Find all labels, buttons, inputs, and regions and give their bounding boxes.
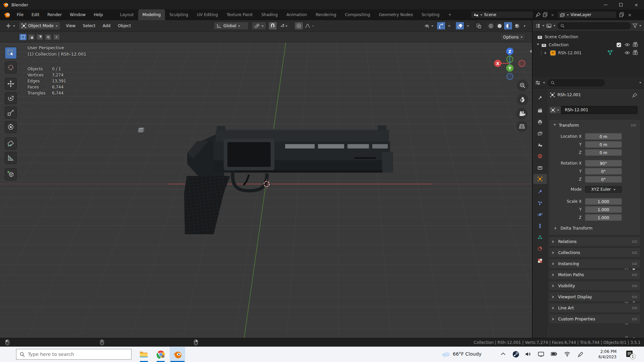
gizmos-dropdown[interactable] bbox=[446, 22, 452, 30]
expand-arrow-icon[interactable] bbox=[537, 44, 539, 47]
camera-visibility-icon[interactable] bbox=[633, 50, 638, 55]
rotation-z-input[interactable]: 0° bbox=[585, 176, 622, 183]
tab-animation[interactable]: Animation bbox=[282, 9, 311, 20]
gizmos-toggle[interactable] bbox=[437, 22, 445, 30]
select-mode-intersect[interactable] bbox=[53, 34, 60, 41]
drag-handle-icon[interactable] bbox=[632, 296, 637, 298]
snap-target-dropdown[interactable] bbox=[277, 22, 290, 30]
select-mode-subtract[interactable] bbox=[36, 34, 44, 41]
tab-constraints[interactable] bbox=[533, 221, 547, 231]
pen-icon[interactable] bbox=[578, 352, 583, 357]
taskbar-search-box[interactable] bbox=[16, 349, 131, 360]
navigation-gizmo[interactable]: Z X Y bbox=[492, 47, 527, 81]
options-dropdown[interactable]: Options bbox=[500, 34, 525, 41]
chevron-down-icon[interactable] bbox=[431, 25, 433, 28]
transform-orientation-dropdown[interactable]: Global bbox=[214, 22, 249, 30]
copy-scene-icon[interactable] bbox=[543, 12, 548, 17]
tab-scripting[interactable]: Scripting bbox=[417, 9, 444, 20]
outliner-editor-icon[interactable] bbox=[535, 23, 540, 28]
mode-dropdown[interactable]: Object Mode bbox=[19, 22, 60, 30]
tab-shading[interactable]: Shading bbox=[257, 9, 282, 20]
tab-compositing[interactable]: Compositing bbox=[340, 9, 374, 20]
drag-handle-icon[interactable] bbox=[632, 285, 637, 287]
xray-toggle[interactable] bbox=[474, 22, 483, 30]
3d-viewport-canvas[interactable]: User Perspective (1) Collection | RSh-12… bbox=[0, 43, 532, 338]
rotation-mode-dropdown[interactable]: XYZ Euler bbox=[585, 186, 622, 193]
drag-handle-icon[interactable] bbox=[632, 262, 637, 265]
notification-center-button[interactable]: 1 bbox=[626, 350, 633, 359]
taskbar-blender[interactable] bbox=[170, 347, 185, 362]
tool-cursor[interactable] bbox=[5, 61, 17, 73]
snap-toggle[interactable] bbox=[268, 22, 277, 30]
shading-material-button[interactable] bbox=[504, 22, 513, 30]
properties-editor-icon[interactable] bbox=[535, 80, 540, 85]
menu-add[interactable]: Add bbox=[99, 23, 114, 28]
tab-modeling[interactable]: Modeling bbox=[138, 9, 165, 20]
panel-viewport-display[interactable]: Viewport Display bbox=[549, 292, 641, 302]
tab-particles[interactable] bbox=[533, 198, 547, 208]
id-type-dropdown[interactable] bbox=[549, 106, 561, 114]
hide-eye-icon[interactable] bbox=[625, 51, 630, 55]
tab-layout[interactable]: Layout bbox=[116, 9, 138, 20]
panel-relations[interactable]: Relations bbox=[549, 237, 641, 246]
blender-menu-logo[interactable] bbox=[3, 11, 11, 18]
menu-window[interactable]: Window bbox=[66, 9, 90, 20]
panel-instancing[interactable]: Instancing bbox=[549, 259, 641, 268]
taskbar-clock[interactable]: 2:06 PM 6/4/2023 bbox=[590, 349, 616, 360]
taskbar-search-input[interactable] bbox=[28, 352, 128, 357]
proportional-falloff-dropdown[interactable] bbox=[303, 22, 312, 30]
weather-cloud-icon[interactable] bbox=[441, 351, 451, 357]
checkbox-icon[interactable] bbox=[616, 43, 621, 47]
rotation-y-input[interactable]: 0° bbox=[585, 168, 622, 175]
tab-world[interactable] bbox=[533, 151, 547, 161]
collapse-sidebar-arrow[interactable] bbox=[528, 50, 532, 53]
tool-add-cube[interactable] bbox=[5, 168, 17, 180]
overlays-toggle[interactable] bbox=[455, 22, 464, 30]
close-button[interactable]: × bbox=[629, 0, 644, 9]
outliner-row-collection[interactable]: Collection bbox=[537, 41, 639, 49]
shading-rendered-button[interactable] bbox=[513, 22, 521, 30]
delta-transform-header[interactable]: Delta Transform bbox=[555, 226, 593, 231]
menu-file[interactable]: File bbox=[13, 9, 28, 20]
tool-scale[interactable] bbox=[5, 107, 17, 119]
drag-handle-icon[interactable] bbox=[632, 251, 637, 254]
taskbar-file-explorer[interactable] bbox=[136, 347, 152, 362]
chevron-down-icon[interactable] bbox=[542, 25, 544, 27]
object-name-field[interactable]: RSh-12.001 bbox=[561, 106, 638, 114]
chevron-down-icon[interactable] bbox=[543, 82, 545, 84]
tool-transform[interactable] bbox=[5, 121, 17, 133]
scale-x-input[interactable]: 1.000 bbox=[585, 198, 622, 205]
add-workspace-button[interactable]: + bbox=[444, 9, 456, 20]
pin-icon[interactable] bbox=[535, 12, 541, 17]
location-z-input[interactable]: 0 m bbox=[585, 149, 622, 156]
drag-handle-icon[interactable] bbox=[632, 318, 637, 320]
location-x-input[interactable]: 0 m bbox=[585, 133, 622, 140]
proportional-edit-toggle[interactable] bbox=[294, 22, 303, 30]
show-object-types-button[interactable] bbox=[423, 22, 431, 30]
camera-visibility-icon[interactable] bbox=[633, 42, 638, 47]
zoom-view-button[interactable] bbox=[517, 80, 528, 91]
select-mode-extend[interactable] bbox=[28, 34, 35, 41]
editor-type-button[interactable] bbox=[3, 22, 17, 30]
shading-solid-button[interactable] bbox=[495, 22, 504, 30]
tab-render[interactable] bbox=[533, 106, 547, 116]
breadcrumb-object-name[interactable]: RSh-12.001 bbox=[557, 93, 581, 97]
gun-object[interactable] bbox=[184, 125, 393, 234]
minimize-button[interactable] bbox=[598, 0, 613, 9]
panel-motion-paths[interactable]: Motion Paths bbox=[549, 270, 641, 280]
menu-object[interactable]: Object bbox=[114, 23, 135, 28]
hide-eye-icon[interactable] bbox=[625, 43, 630, 47]
chevron-down-icon[interactable] bbox=[639, 25, 641, 27]
tool-rotate[interactable] bbox=[5, 92, 17, 104]
wifi-icon[interactable] bbox=[564, 352, 570, 357]
menu-help[interactable]: Help bbox=[90, 9, 107, 20]
cast-screen-icon[interactable] bbox=[538, 352, 544, 357]
tool-move[interactable] bbox=[5, 78, 17, 90]
menu-render[interactable]: Render bbox=[43, 9, 66, 20]
chevron-down-icon[interactable] bbox=[553, 25, 555, 27]
menu-view[interactable]: View bbox=[62, 23, 79, 28]
panel-line-art[interactable]: Line Art bbox=[549, 303, 641, 313]
viewlayer-selector[interactable]: ViewLayer bbox=[557, 11, 616, 18]
drag-handle-icon[interactable] bbox=[632, 274, 637, 276]
copy-viewlayer-icon[interactable] bbox=[619, 12, 625, 17]
